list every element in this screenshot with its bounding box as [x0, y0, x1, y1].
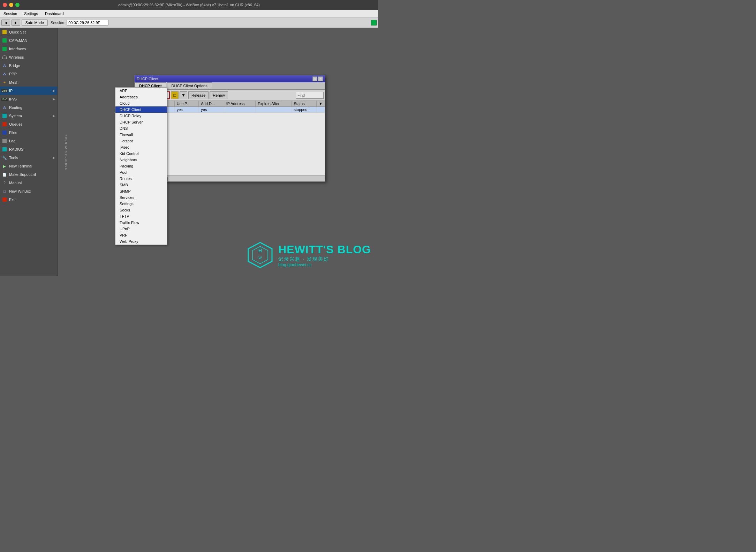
sidebar-item-radius[interactable]: RADIUS	[0, 145, 57, 154]
dropdown-item-upnp[interactable]: UPnP	[115, 226, 167, 232]
tools-icon: 🔧	[2, 155, 7, 160]
dhcp-restore-button[interactable]: ▭	[312, 76, 317, 81]
brand-url: blog.qiaohewei.cc	[278, 262, 371, 267]
col-status[interactable]: Status	[292, 101, 317, 107]
dropdown-item-ipsec[interactable]: IPsec	[115, 144, 167, 150]
close-button[interactable]	[3, 3, 7, 7]
maximize-button[interactable]	[15, 3, 20, 7]
brand-logo: H W	[246, 241, 274, 269]
dropdown-item-settings[interactable]: Settings	[115, 201, 167, 207]
dropdown-item-routes[interactable]: Routes	[115, 176, 167, 182]
col-use-peer[interactable]: Use P...	[174, 101, 199, 107]
status-icon	[371, 20, 377, 25]
sidebar-item-interfaces[interactable]: Interfaces	[0, 45, 57, 53]
dropdown-item-pool[interactable]: Pool	[115, 169, 167, 176]
toolbar: ◄ ► Safe Mode Session:	[0, 17, 378, 28]
cell-ip	[224, 107, 256, 113]
dropdown-item-vrf[interactable]: VRF	[115, 232, 167, 238]
cell-expires	[256, 107, 292, 113]
col-dropdown[interactable]: ▼	[317, 101, 325, 107]
dhcp-release-button[interactable]: Release	[188, 91, 209, 99]
sidebar-item-exit[interactable]: Exit	[0, 195, 57, 204]
menu-dashboard[interactable]: Dashboard	[41, 11, 67, 16]
sidebar-item-supout[interactable]: 📄 Make Supout.rif	[0, 170, 57, 179]
sidebar-item-queues[interactable]: Queues	[0, 120, 57, 128]
dropdown-item-dns[interactable]: DNS	[115, 125, 167, 132]
brand-name: HEWITT'S BLOG	[278, 243, 371, 256]
capsman-icon	[2, 38, 7, 43]
sidebar-item-quickset[interactable]: Quick Set	[0, 28, 57, 36]
col-ip-address[interactable]: IP Address	[224, 101, 256, 107]
dhcp-find-input[interactable]	[296, 92, 324, 99]
window-title: admin@00:0C:29:26:32:9F (MikroTik) - Win…	[118, 3, 260, 7]
col-add-default[interactable]: Add D...	[199, 101, 224, 107]
dhcp-filter-button[interactable]: ▼	[180, 91, 187, 99]
svg-text:W: W	[258, 256, 262, 260]
dropdown-item-addresses[interactable]: Addresses	[115, 94, 167, 100]
sidebar-item-system[interactable]: System ▶	[0, 112, 57, 120]
menu-settings[interactable]: Settings	[21, 11, 41, 16]
sidebar: Quick Set CAPsMAN Interfaces Wireless ⁂ …	[0, 28, 58, 276]
exit-icon	[2, 197, 7, 202]
terminal-icon: ▶	[2, 164, 7, 169]
sidebar-item-ip[interactable]: 255 IP ▶	[0, 87, 57, 95]
dropdown-item-hotspot[interactable]: Hotspot	[115, 138, 167, 144]
dropdown-item-neighbors[interactable]: Neighbors	[115, 157, 167, 163]
dropdown-item-firewall[interactable]: Firewall	[115, 132, 167, 138]
sidebar-item-log[interactable]: Log	[0, 137, 57, 145]
dropdown-item-smb[interactable]: SMB	[115, 182, 167, 188]
dropdown-item-services[interactable]: Services	[115, 194, 167, 201]
sidebar-item-tools[interactable]: 🔧 Tools ▶	[0, 154, 57, 162]
sidebar-item-mesh[interactable]: ✦ Mesh	[0, 78, 57, 87]
radius-icon	[2, 147, 7, 152]
cell-status: stopped	[292, 107, 317, 113]
sidebar-item-ppp[interactable]: ⁂ PPP	[0, 70, 57, 78]
dropdown-item-dhcp-relay[interactable]: DHCP Relay	[115, 113, 167, 119]
sidebar-item-terminal[interactable]: ▶ New Terminal	[0, 162, 57, 170]
dropdown-item-cloud[interactable]: Cloud	[115, 100, 167, 106]
tools-arrow: ▶	[53, 156, 55, 159]
sidebar-item-ipv6[interactable]: IPv6 IPv6 ▶	[0, 95, 57, 103]
wireless-icon	[2, 55, 7, 59]
sidebar-item-wireless[interactable]: Wireless	[0, 53, 57, 61]
session-input[interactable]	[67, 20, 108, 25]
dropdown-item-snmp[interactable]: SNMP	[115, 188, 167, 194]
col-expires-after[interactable]: Expires After	[256, 101, 292, 107]
menu-bar: Session Settings Dashboard	[0, 10, 378, 17]
ip-dropdown-menu: ARP Addresses Cloud DHCP Client DHCP Rel…	[115, 87, 167, 245]
dhcp-titlebar: DHCP Client ▭ ✕	[135, 75, 325, 82]
dropdown-item-dhcp-server[interactable]: DHCP Server	[115, 119, 167, 125]
minimize-button[interactable]	[9, 3, 13, 7]
sidebar-item-manual[interactable]: ? Manual	[0, 179, 57, 187]
dropdown-item-traffic-flow[interactable]: Traffic Flow	[115, 219, 167, 226]
main-layout: Quick Set CAPsMAN Interfaces Wireless ⁂ …	[0, 28, 378, 276]
back-button[interactable]: ◄	[1, 20, 10, 26]
dropdown-item-tftp[interactable]: TFTP	[115, 213, 167, 219]
dropdown-item-web-proxy[interactable]: Web Proxy	[115, 238, 167, 245]
ip-arrow: ▶	[53, 89, 55, 92]
dhcp-window-controls: ▭ ✕	[312, 76, 323, 81]
sidebar-item-capsman[interactable]: CAPsMAN	[0, 36, 57, 45]
manual-icon: ?	[2, 180, 7, 185]
sidebar-item-files[interactable]: Files	[0, 128, 57, 137]
sidebar-item-bridge[interactable]: ⁂ Bridge	[0, 61, 57, 70]
sidebar-item-winbox[interactable]: □ New WinBox	[0, 187, 57, 195]
dhcp-close-button[interactable]: ✕	[318, 76, 323, 81]
dropdown-item-kid-control[interactable]: Kid Control	[115, 150, 167, 157]
brand-text: HEWITT'S BLOG 记录兴趣 · 发现美好 blog.qiaohewei…	[278, 243, 371, 267]
sidebar-item-routing[interactable]: ⁂ Routing	[0, 103, 57, 112]
dropdown-item-socks[interactable]: Socks	[115, 207, 167, 213]
safe-mode-button[interactable]: Safe Mode	[22, 20, 48, 26]
brand-watermark: H W HEWITT'S BLOG 记录兴趣 · 发现美好 blog.qiaoh…	[246, 241, 371, 269]
forward-button[interactable]: ►	[12, 20, 20, 26]
dhcp-copy-button[interactable]: □	[171, 91, 179, 99]
dhcp-window-title: DHCP Client	[137, 77, 158, 81]
menu-session[interactable]: Session	[0, 11, 21, 16]
dropdown-item-arp[interactable]: ARP	[115, 88, 167, 94]
tab-dhcp-client-options[interactable]: DHCP Client Options	[167, 82, 212, 89]
dropdown-item-packing[interactable]: Packing	[115, 163, 167, 169]
mesh-icon: ✦	[2, 80, 7, 85]
dhcp-renew-button[interactable]: Renew	[210, 91, 228, 99]
brand-sub: 记录兴趣 · 发现美好	[278, 256, 371, 262]
dropdown-item-dhcp-client[interactable]: DHCP Client	[115, 106, 167, 113]
